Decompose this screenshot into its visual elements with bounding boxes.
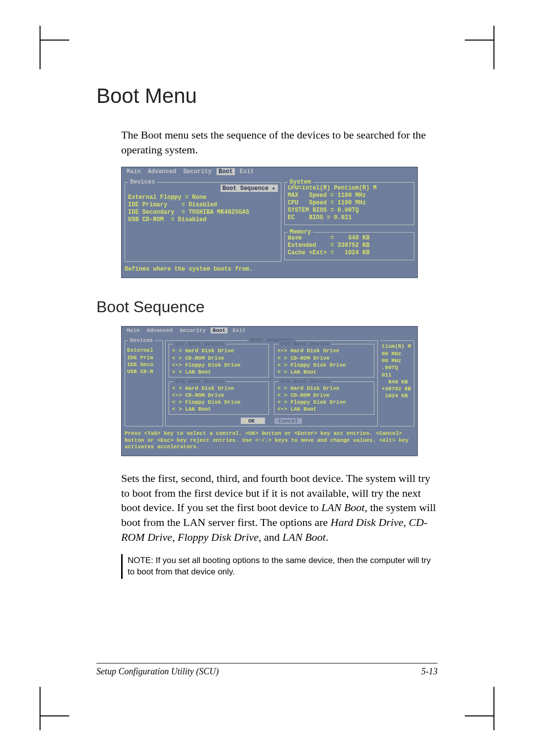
memory-line: Cache <Ext> = 1024 KB bbox=[288, 249, 411, 257]
info-line: 00 MHz bbox=[382, 357, 412, 364]
desc-text: , and bbox=[259, 531, 282, 543]
boot-option[interactable]: < > Floppy Disk Drive bbox=[277, 362, 371, 369]
tab-security[interactable]: Security bbox=[178, 328, 208, 333]
system-line: SYSTEM BIOS = 0.00TQ bbox=[288, 207, 411, 214]
memory-panel-title: Memory bbox=[288, 229, 313, 236]
memory-panel: Memory Base = 640 KB Extended = 330752 K… bbox=[284, 232, 414, 260]
second-boot-device-box: 2nd Boot Device <•> Hard Disk Drive < > … bbox=[274, 344, 374, 377]
bios-menubar: Main Advanced Security Boot Exit bbox=[122, 327, 417, 334]
note-block: NOTE: If you set all booting options to … bbox=[121, 554, 438, 579]
third-boot-device-box: 3rd Boot Device < > Hard Disk Drive <•> … bbox=[169, 381, 269, 415]
bios-status-line: Defines where the system boots from. bbox=[122, 265, 417, 276]
info-line: 00 MHz bbox=[382, 350, 412, 357]
fourth-boot-device-box: 4th Boot Device < > Hard Disk Drive < > … bbox=[274, 381, 374, 415]
devices-panel: Devices Boot Sequence ▸ External Floppy … bbox=[125, 182, 281, 262]
devices-panel-title: Devices bbox=[128, 179, 157, 186]
tab-advanced[interactable]: Advanced bbox=[146, 168, 178, 175]
memory-line: Extended = 330752 KB bbox=[288, 242, 411, 249]
info-line: .00TQ bbox=[382, 364, 412, 371]
device-line: IDE Primary = Disabled bbox=[128, 201, 278, 209]
first-boot-device-box: 1st Boot Device < > Hard Disk Drive < > … bbox=[169, 344, 269, 377]
boot-option[interactable]: < > CD-ROM Drive bbox=[277, 355, 371, 362]
info-line: +30752 KB bbox=[382, 385, 412, 392]
note-label: NOTE: bbox=[128, 556, 156, 565]
system-line: EC BIOS = 0.0I1 bbox=[288, 214, 411, 222]
desc-italic: LAN Boot bbox=[282, 531, 325, 543]
boot-option[interactable]: <•> CD-ROM Drive bbox=[172, 392, 266, 399]
device-line: External Floppy = None bbox=[128, 194, 278, 201]
info-line: 0I1 bbox=[382, 372, 412, 378]
note-text: If you set all booting options to the sa… bbox=[128, 556, 431, 576]
bios-help-text: Press <Tab> key to select a control. <OK… bbox=[122, 429, 417, 454]
page-footer: Setup Configuration Utility (SCU) 5-13 bbox=[96, 663, 438, 677]
desc-italic: LAN Boot bbox=[321, 501, 364, 514]
bios-screenshot-boot-menu: Main Advanced Security Boot Exit Devices… bbox=[121, 167, 418, 278]
cancel-button[interactable]: Cancel bbox=[274, 418, 302, 424]
boot-sequence-button[interactable]: Boot Sequence ▸ bbox=[221, 185, 278, 192]
system-panel-title: System bbox=[288, 179, 313, 186]
device-line: External bbox=[127, 347, 161, 354]
memory-line: Base = 640 KB bbox=[288, 235, 411, 242]
boot-option[interactable]: < > Floppy Disk Drive bbox=[277, 399, 371, 406]
devices-panel-truncated: Devices External IDE Prim IDE Seco USB C… bbox=[125, 340, 163, 426]
boot-option[interactable]: < > CD-ROM Drive bbox=[172, 355, 266, 362]
boot-option[interactable]: <•> Floppy Disk Drive bbox=[172, 362, 266, 369]
section-heading: Boot Sequence bbox=[96, 298, 438, 316]
system-line: CPU=Intel(R) Pentium(R) M bbox=[288, 185, 411, 192]
info-line: tium(R) M bbox=[382, 343, 412, 350]
ok-button[interactable]: OK bbox=[241, 418, 265, 424]
boot-sequence-dialog: Boot Sequence 1st Boot Device < > Hard D… bbox=[165, 340, 378, 426]
footer-right: 5-13 bbox=[421, 666, 438, 677]
intro-paragraph: The Boot menu sets the sequence of the d… bbox=[121, 128, 438, 157]
boot-option[interactable]: < > Floppy Disk Drive bbox=[172, 399, 266, 406]
boot-option[interactable]: <•> Hard Disk Drive bbox=[277, 347, 371, 354]
description-paragraph: Sets the first, second, third, and fourt… bbox=[121, 471, 438, 544]
desc-italic: Floppy Disk Drive bbox=[178, 531, 259, 543]
device-line: IDE Seco bbox=[127, 361, 161, 368]
crop-mark bbox=[465, 40, 494, 69]
boot-option[interactable]: < > Hard Disk Drive bbox=[277, 385, 371, 392]
crop-mark bbox=[465, 687, 494, 716]
device-line: USB CD-ROM = Disabled bbox=[128, 216, 278, 224]
tab-boot[interactable]: Boot bbox=[217, 168, 235, 175]
page-title: Boot Menu bbox=[96, 84, 438, 108]
boot-option[interactable]: < > Hard Disk Drive bbox=[172, 385, 266, 392]
device-line: IDE Secondary = TOSHIBA MK4025GAS bbox=[128, 209, 278, 216]
box-title: 4th Boot Device bbox=[278, 378, 331, 384]
desc-text: , bbox=[403, 516, 409, 528]
box-title: 1st Boot Device bbox=[173, 341, 226, 347]
system-line: MAX Speed = 1100 MHz bbox=[288, 192, 411, 199]
tab-main[interactable]: Main bbox=[125, 328, 141, 333]
footer-left: Setup Configuration Utility (SCU) bbox=[96, 666, 219, 677]
devices-panel-title: Devices bbox=[128, 337, 155, 343]
boot-option[interactable]: < > LAN Boot bbox=[172, 406, 266, 413]
bios-screenshot-boot-sequence: Main Advanced Security Boot Exit Devices… bbox=[121, 326, 418, 456]
boot-option[interactable]: <•> LAN Boot bbox=[277, 406, 371, 413]
bios-menubar: Main Advanced Security Boot Exit bbox=[122, 167, 417, 176]
boot-option[interactable]: < > Hard Disk Drive bbox=[172, 347, 266, 354]
system-line: CPU Speed = 1100 MHz bbox=[288, 199, 411, 207]
tab-exit[interactable]: Exit bbox=[238, 168, 256, 175]
right-info-strip: tium(R) M 00 MHz 00 MHz .00TQ 0I1 640 KB… bbox=[380, 340, 414, 426]
tab-exit[interactable]: Exit bbox=[230, 328, 247, 333]
info-line: 1024 KB bbox=[382, 392, 412, 399]
tab-advanced[interactable]: Advanced bbox=[144, 328, 175, 333]
desc-italic: Hard Disk Drive bbox=[331, 516, 403, 528]
tab-main[interactable]: Main bbox=[125, 168, 143, 175]
box-title: 3rd Boot Device bbox=[173, 378, 226, 384]
crop-mark bbox=[40, 687, 69, 716]
desc-text: , bbox=[172, 531, 178, 543]
tab-security[interactable]: Security bbox=[181, 168, 214, 175]
crop-mark bbox=[40, 40, 69, 69]
boot-option[interactable]: < > CD-ROM Drive bbox=[277, 392, 371, 399]
device-line: USB CD-R bbox=[127, 368, 161, 375]
boot-option[interactable]: < > LAN Boot bbox=[172, 369, 266, 376]
boot-option[interactable]: < > LAN Boot bbox=[277, 369, 371, 376]
tab-boot[interactable]: Boot bbox=[211, 328, 227, 333]
desc-text: . bbox=[326, 531, 329, 543]
info-line: 640 KB bbox=[382, 378, 412, 385]
system-panel: System CPU=Intel(R) Pentium(R) M MAX Spe… bbox=[284, 182, 414, 225]
device-line: IDE Prim bbox=[127, 354, 161, 361]
box-title: 2nd Boot Device bbox=[278, 341, 331, 347]
